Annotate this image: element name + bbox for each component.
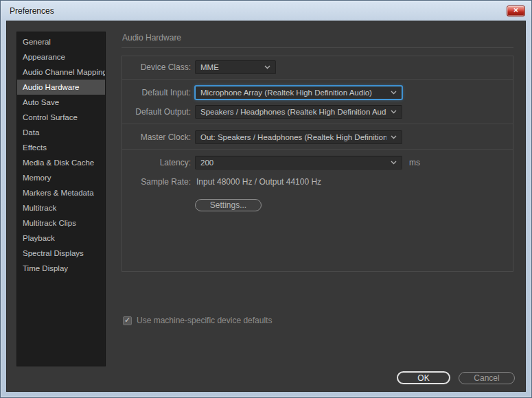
audio-hardware-group: Device Class: MME Default Input: Microph…: [122, 56, 513, 272]
latency-label: Latency:: [130, 158, 191, 167]
close-icon: ✕: [513, 8, 519, 14]
latency-select[interactable]: 200: [195, 156, 402, 169]
sidebar-item-spectral-displays[interactable]: Spectral Displays: [17, 246, 105, 261]
sidebar-item-effects[interactable]: Effects: [17, 140, 105, 155]
sidebar-item-playback[interactable]: Playback: [17, 231, 105, 246]
cancel-button[interactable]: Cancel: [459, 372, 515, 384]
footer: OK Cancel: [397, 371, 515, 384]
sidebar-item-general[interactable]: General: [17, 34, 105, 49]
chevron-down-icon: [391, 135, 397, 139]
default-output-select[interactable]: Speakers / Headphones (Realtek High Defi…: [195, 105, 402, 119]
sidebar-item-data[interactable]: Data: [17, 125, 105, 140]
latency-unit: ms: [409, 158, 420, 167]
device-class-value: MME: [200, 63, 219, 71]
default-input-label: Default Input:: [130, 88, 191, 97]
sidebar: General Appearance Audio Channel Mapping…: [16, 32, 106, 366]
default-input-value: Microphone Array (Realtek High Definitio…: [200, 89, 372, 97]
machine-defaults-checkbox[interactable]: ✓: [123, 316, 132, 325]
sidebar-item-memory[interactable]: Memory: [17, 170, 105, 185]
sidebar-item-audio-hardware[interactable]: Audio Hardware: [17, 80, 105, 95]
machine-defaults-row[interactable]: ✓ Use machine-specific device defaults: [123, 316, 513, 325]
sidebar-item-control-surface[interactable]: Control Surface: [17, 110, 105, 125]
default-output-row: Default Output: Speakers / Headphones (R…: [130, 104, 505, 119]
device-class-row: Device Class: MME: [130, 60, 505, 75]
preferences-window: Preferences ✕ General Appearance Audio C…: [0, 0, 532, 398]
default-input-row: Default Input: Microphone Array (Realtek…: [130, 85, 505, 100]
divider: [122, 149, 513, 150]
preferences-dialog: General Appearance Audio Channel Mapping…: [6, 21, 526, 392]
latency-row: Latency: 200 ms: [130, 155, 505, 170]
divider: [122, 79, 513, 80]
device-class-label: Device Class:: [130, 62, 191, 72]
ok-button[interactable]: OK: [397, 371, 450, 384]
window-title: Preferences: [10, 6, 54, 16]
sidebar-item-audio-channel-mapping[interactable]: Audio Channel Mapping: [17, 65, 105, 80]
master-clock-select[interactable]: Out: Speakers / Headphones (Realtek High…: [195, 130, 402, 144]
settings-button[interactable]: Settings...: [195, 199, 262, 211]
sidebar-item-appearance[interactable]: Appearance: [17, 49, 105, 65]
sidebar-item-time-display[interactable]: Time Display: [17, 261, 105, 276]
heading-divider: [122, 47, 513, 48]
divider: [122, 124, 513, 124]
master-clock-value: Out: Speakers / Headphones (Realtek High…: [200, 133, 386, 141]
chevron-down-icon: [391, 110, 397, 114]
device-class-select[interactable]: MME: [195, 60, 276, 74]
close-button[interactable]: ✕: [507, 5, 525, 16]
machine-defaults-label: Use machine-specific device defaults: [137, 316, 272, 325]
default-input-select[interactable]: Microphone Array (Realtek High Definitio…: [195, 86, 402, 100]
chevron-down-icon: [391, 91, 397, 95]
default-output-value: Speakers / Headphones (Realtek High Defi…: [200, 108, 386, 116]
chevron-down-icon: [264, 65, 270, 69]
chevron-down-icon: [391, 161, 397, 165]
sample-rate-row: Sample Rate: Input 48000 Hz / Output 441…: [130, 174, 505, 189]
sidebar-item-multitrack[interactable]: Multitrack: [17, 200, 105, 215]
titlebar[interactable]: Preferences ✕: [1, 1, 531, 21]
page-title: Audio Hardware: [122, 32, 513, 47]
sample-rate-value: Input 48000 Hz / Output 44100 Hz: [195, 177, 321, 187]
sample-rate-label: Sample Rate:: [130, 177, 191, 187]
sidebar-item-media-disk-cache[interactable]: Media & Disk Cache: [17, 155, 105, 170]
master-clock-row: Master Clock: Out: Speakers / Headphones…: [130, 130, 505, 145]
master-clock-label: Master Clock:: [130, 132, 191, 142]
main-panel: Audio Hardware Device Class: MME Default…: [122, 32, 513, 391]
sidebar-item-multitrack-clips[interactable]: Multitrack Clips: [17, 215, 105, 231]
sidebar-item-markers-metadata[interactable]: Markers & Metadata: [17, 185, 105, 200]
default-output-label: Default Output:: [130, 107, 191, 117]
settings-row: Settings...: [130, 199, 505, 211]
sidebar-item-auto-save[interactable]: Auto Save: [17, 95, 105, 110]
check-icon: ✓: [124, 316, 130, 324]
latency-value: 200: [200, 159, 213, 167]
